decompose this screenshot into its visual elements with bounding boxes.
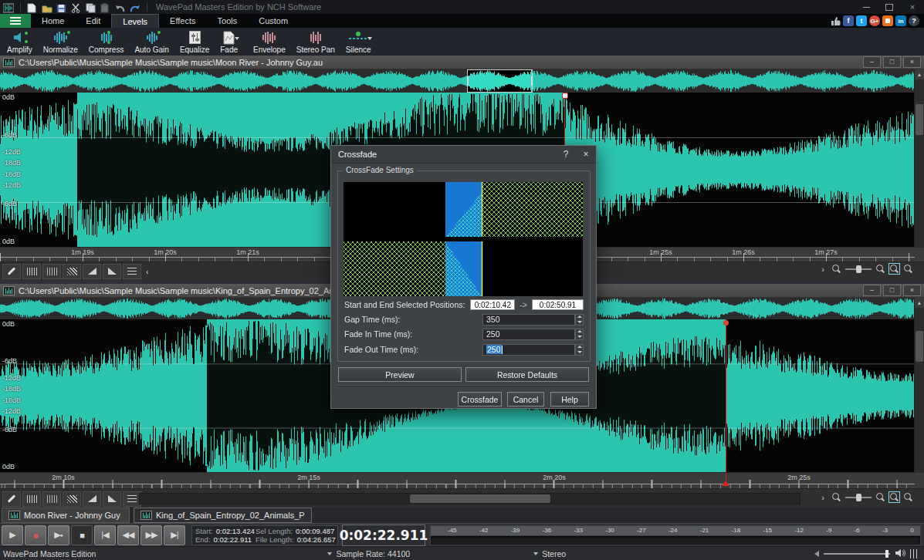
draw-tool-icon[interactable] bbox=[2, 491, 21, 507]
record-button[interactable]: ● bbox=[25, 525, 46, 545]
gap-time-spinner[interactable] bbox=[575, 314, 584, 326]
spectrum-view-icon[interactable] bbox=[63, 491, 81, 507]
fast-forward-button[interactable]: ▶▶ bbox=[140, 525, 162, 545]
compress-button[interactable]: Compress bbox=[83, 29, 130, 56]
window-close-button[interactable]: × bbox=[901, 1, 924, 14]
silence-button[interactable]: Silence bbox=[340, 29, 377, 56]
track2-cursor-marker[interactable] bbox=[723, 320, 729, 326]
tab-tools[interactable]: Tools bbox=[207, 14, 249, 28]
volume-down-icon[interactable] bbox=[814, 551, 819, 557]
volume-slider[interactable] bbox=[824, 553, 890, 555]
auto-gain-button[interactable]: Auto Gain bbox=[129, 29, 174, 56]
file-tab-king-of-spain[interactable]: King_of_Spain_Entropy_02_Animals_P bbox=[134, 508, 312, 523]
menu-hamburger-button[interactable] bbox=[0, 14, 31, 28]
track1-cursor-marker[interactable] bbox=[562, 93, 568, 99]
waveform-view-icon[interactable] bbox=[22, 491, 41, 507]
volume-slider-thumb[interactable] bbox=[885, 550, 888, 558]
tab-home[interactable]: Home bbox=[31, 14, 75, 28]
tab-levels[interactable]: Levels bbox=[111, 14, 159, 28]
linkedin-icon[interactable]: in bbox=[895, 15, 906, 26]
restore-defaults-button[interactable]: Restore Defaults bbox=[465, 367, 589, 382]
twitter-icon[interactable]: t bbox=[856, 15, 867, 26]
copy-icon[interactable] bbox=[86, 2, 96, 12]
track1-overview-canvas[interactable] bbox=[0, 69, 915, 93]
skip-to-start-button[interactable]: |◀ bbox=[94, 525, 116, 545]
rewind-button[interactable]: ◀◀ bbox=[117, 525, 139, 545]
fade-in-spinner[interactable] bbox=[575, 329, 584, 340]
tab-edit[interactable]: Edit bbox=[75, 14, 111, 28]
fade-dropdown-caret[interactable] bbox=[235, 37, 239, 40]
expand-right-icon[interactable]: › bbox=[821, 493, 824, 502]
zoom-slider[interactable] bbox=[845, 268, 872, 270]
stop-button[interactable]: ■ bbox=[71, 525, 93, 545]
silence-dropdown-caret[interactable] bbox=[367, 37, 372, 40]
fade-in-tool-icon[interactable] bbox=[83, 491, 101, 507]
bookmark-list-icon[interactable] bbox=[123, 264, 141, 279]
zoom-in-icon[interactable] bbox=[875, 264, 885, 274]
crossfade-button[interactable]: Crossfade bbox=[458, 392, 502, 407]
track1-scroll-up-button[interactable]: ▲ bbox=[915, 69, 924, 79]
track1-minimize-button[interactable]: – bbox=[863, 56, 881, 68]
play-from-cursor-button[interactable]: ▶● bbox=[48, 525, 69, 545]
normalize-button[interactable]: Normalize bbox=[38, 29, 83, 56]
crossfade-dialog-title-bar[interactable]: Crossfade ? × bbox=[331, 146, 596, 164]
equalize-button[interactable]: Equalize bbox=[174, 29, 215, 56]
gap-time-input[interactable]: 350 bbox=[482, 314, 575, 326]
track2-horizontal-scrollbar[interactable] bbox=[139, 493, 800, 504]
play-button[interactable]: ▶ bbox=[2, 525, 23, 545]
track1-title-bar[interactable]: C:\Users\Public\Music\Sample Music\Sampl… bbox=[0, 56, 924, 69]
channels-selector[interactable]: Stereo bbox=[533, 549, 566, 558]
zoom-selection-icon[interactable] bbox=[889, 492, 899, 502]
zoom-out-icon[interactable] bbox=[831, 264, 841, 274]
paste-icon[interactable] bbox=[100, 2, 111, 12]
help-button[interactable]: Help bbox=[550, 392, 589, 407]
skip-to-end-button[interactable]: ▶| bbox=[164, 525, 185, 545]
fade-button[interactable]: Fade bbox=[215, 29, 243, 56]
open-folder-icon[interactable] bbox=[42, 2, 52, 12]
track1-vertical-scrollbar[interactable] bbox=[916, 104, 923, 135]
share-icon[interactable] bbox=[882, 15, 893, 26]
track2-maximize-button[interactable]: □ bbox=[883, 285, 901, 296]
envelope-button[interactable]: Envelope bbox=[248, 29, 291, 56]
track2-vertical-scrollbar[interactable] bbox=[916, 331, 923, 362]
fade-out-spinner[interactable] bbox=[575, 344, 584, 356]
zoom-full-icon[interactable] bbox=[903, 492, 913, 502]
cancel-button[interactable]: Cancel bbox=[507, 392, 544, 407]
track2-scroll-up-button[interactable]: ▲ bbox=[915, 298, 924, 308]
fade-out-tool-icon[interactable] bbox=[103, 264, 121, 279]
track1-overview[interactable]: ▲ bbox=[0, 69, 924, 93]
zoom-full-icon[interactable] bbox=[903, 264, 913, 274]
track2-close-button[interactable]: × bbox=[903, 285, 921, 296]
dialog-help-button[interactable]: ? bbox=[556, 147, 576, 162]
sample-rate-selector[interactable]: Sample Rate: 44100 bbox=[327, 549, 410, 558]
track2-ruler-cursor-triangle[interactable] bbox=[722, 481, 729, 486]
googleplus-icon[interactable]: G+ bbox=[869, 15, 880, 26]
window-minimize-button[interactable] bbox=[855, 1, 878, 14]
zoom-slider[interactable] bbox=[845, 497, 872, 498]
help-icon[interactable]: ? bbox=[909, 15, 919, 26]
dialog-close-button[interactable]: × bbox=[576, 147, 596, 162]
track1-viewport-box[interactable] bbox=[467, 69, 533, 93]
redo-icon[interactable] bbox=[130, 2, 140, 12]
expand-right-icon[interactable]: › bbox=[821, 265, 824, 274]
cut-icon[interactable] bbox=[71, 2, 82, 12]
track1-close-button[interactable]: × bbox=[903, 56, 921, 68]
file-tab-moon-river[interactable]: Moon River - Johnny Guy bbox=[2, 508, 130, 523]
fade-in-tool-icon[interactable] bbox=[83, 264, 101, 279]
end-position-input[interactable]: 0:02:50.91 bbox=[532, 299, 584, 310]
track2-hscroll-thumb[interactable] bbox=[410, 494, 550, 503]
mixer-icon[interactable] bbox=[910, 549, 919, 558]
waveform-view-icon[interactable] bbox=[22, 264, 41, 279]
draw-tool-icon[interactable] bbox=[2, 264, 21, 279]
save-icon[interactable] bbox=[56, 2, 67, 12]
like-icon[interactable] bbox=[830, 15, 841, 26]
new-file-icon[interactable] bbox=[27, 2, 38, 12]
zoom-out-icon[interactable] bbox=[831, 492, 841, 502]
speaker-icon[interactable] bbox=[895, 548, 905, 559]
start-position-input[interactable]: 0:02:10.42 bbox=[470, 299, 515, 310]
collapse-left-icon[interactable]: ‹ bbox=[146, 267, 149, 276]
track2-minimize-button[interactable]: – bbox=[863, 285, 881, 296]
track2-playback-cursor[interactable] bbox=[726, 319, 726, 472]
dual-waveform-view-icon[interactable] bbox=[42, 491, 61, 507]
facebook-icon[interactable]: f bbox=[843, 15, 854, 26]
